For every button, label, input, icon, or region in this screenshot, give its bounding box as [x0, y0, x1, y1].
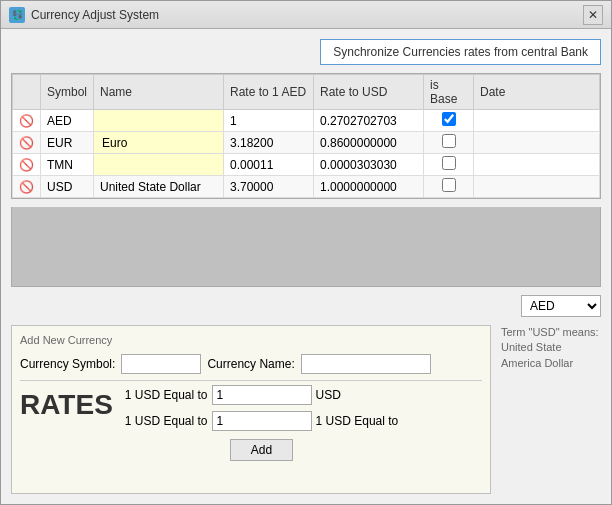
rate-aed-cell: 1: [224, 110, 314, 132]
currency-table: Symbol Name Rate to 1 AED Rate to USD is…: [12, 74, 600, 198]
is-base-checkbox[interactable]: [442, 178, 456, 192]
col-header-isbase: is Base: [424, 75, 474, 110]
col-header-date: Date: [474, 75, 600, 110]
name-cell: United State Dollar: [94, 176, 224, 198]
add-currency-box: Add New Currency Currency Symbol: Curren…: [11, 325, 491, 494]
is-base-cell: [424, 132, 474, 154]
add-button[interactable]: Add: [230, 439, 293, 461]
rates-label: RATES: [20, 389, 113, 421]
is-base-checkbox[interactable]: [442, 134, 456, 148]
rate2-prefix: 1 USD Equal to: [125, 414, 208, 428]
sync-button-area: Synchronize Currencies rates from centra…: [11, 39, 601, 65]
date-cell: [474, 132, 600, 154]
currency-table-container: Symbol Name Rate to 1 AED Rate to USD is…: [11, 73, 601, 199]
title-bar: 💱 Currency Adjust System ✕: [1, 1, 611, 29]
rate-row-2: 1 USD Equal to 1 USD Equal to: [125, 411, 398, 431]
main-window: 💱 Currency Adjust System ✕ Synchronize C…: [0, 0, 612, 505]
rate-usd-cell: 0.0000303030: [314, 154, 424, 176]
rate-usd-cell: 0.8600000000: [314, 132, 424, 154]
name-input[interactable]: [100, 135, 217, 151]
currency-dropdown-row: AED EUR TMN USD: [11, 295, 601, 317]
rate-aed-cell: 0.00011: [224, 154, 314, 176]
rate1-prefix: 1 USD Equal to: [125, 388, 208, 402]
is-base-cell: [424, 176, 474, 198]
symbol-cell: AED: [41, 110, 94, 132]
delete-icon[interactable]: 🚫: [19, 114, 34, 128]
is-base-cell: [424, 110, 474, 132]
is-base-checkbox[interactable]: [442, 156, 456, 170]
col-header-rate-usd: Rate to USD: [314, 75, 424, 110]
window-title: Currency Adjust System: [31, 8, 583, 22]
date-cell: [474, 110, 600, 132]
rate-usd-cell: 1.0000000000: [314, 176, 424, 198]
symbol-label: Currency Symbol:: [20, 357, 115, 371]
symbol-input[interactable]: [121, 354, 201, 374]
symbol-name-row: Currency Symbol: Currency Name:: [20, 354, 482, 374]
col-header-rate-aed: Rate to 1 AED: [224, 75, 314, 110]
symbol-cell: USD: [41, 176, 94, 198]
rate1-input[interactable]: [212, 385, 312, 405]
rates-content: RATES 1 USD Equal to USD 1 USD Equal to …: [20, 385, 482, 461]
info-box: Term "USD" means: United State America D…: [501, 325, 601, 494]
close-button[interactable]: ✕: [583, 5, 603, 25]
name-label: Currency Name:: [207, 357, 294, 371]
delete-icon[interactable]: 🚫: [19, 158, 34, 172]
name-cell: [94, 154, 224, 176]
add-currency-title: Add New Currency: [20, 334, 482, 346]
currency-name-input[interactable]: [301, 354, 431, 374]
bottom-section: Add New Currency Currency Symbol: Curren…: [11, 325, 601, 494]
name-cell: [94, 110, 224, 132]
sync-button[interactable]: Synchronize Currencies rates from centra…: [320, 39, 601, 65]
rate2-suffix: 1 USD Equal to: [316, 414, 399, 428]
rate2-input[interactable]: [212, 411, 312, 431]
name-input[interactable]: [100, 113, 217, 129]
is-base-cell: [424, 154, 474, 176]
empty-table-rows: [11, 207, 601, 287]
rate-usd-cell: 0.2702702703: [314, 110, 424, 132]
date-cell: [474, 154, 600, 176]
window-icon: 💱: [9, 7, 25, 23]
rate-row-1: 1 USD Equal to USD: [125, 385, 398, 405]
delete-icon[interactable]: 🚫: [19, 180, 34, 194]
rate1-suffix: USD: [316, 388, 341, 402]
name-cell: [94, 132, 224, 154]
symbol-cell: TMN: [41, 154, 94, 176]
base-currency-select[interactable]: AED EUR TMN USD: [521, 295, 601, 317]
delete-icon[interactable]: 🚫: [19, 136, 34, 150]
col-header-name: Name: [94, 75, 224, 110]
rates-right: 1 USD Equal to USD 1 USD Equal to 1 USD …: [125, 385, 398, 461]
window-content: Synchronize Currencies rates from centra…: [1, 29, 611, 504]
info-text: Term "USD" means: United State America D…: [501, 326, 599, 369]
symbol-cell: EUR: [41, 132, 94, 154]
name-input[interactable]: [100, 157, 217, 173]
rate-aed-cell: 3.18200: [224, 132, 314, 154]
col-header-symbol: Symbol: [41, 75, 94, 110]
is-base-checkbox[interactable]: [442, 112, 456, 126]
col-header-delete: [13, 75, 41, 110]
rate-aed-cell: 3.70000: [224, 176, 314, 198]
date-cell: [474, 176, 600, 198]
